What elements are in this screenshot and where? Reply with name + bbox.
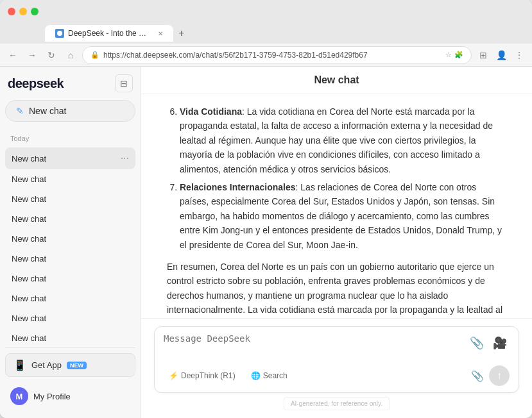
sidebar-toggle-button[interactable]: ⊟: [115, 74, 133, 92]
address-bar-row: ← → ↻ ⌂ 🔒 https://chat.deepseek.com/a/ch…: [0, 44, 532, 67]
phone-icon: 📱: [13, 359, 26, 371]
avatar: M: [10, 387, 28, 405]
sidebar-header: deepseek ⊟: [5, 74, 135, 92]
chat-item-label-8: New chat: [12, 314, 129, 323]
chat-item-label-1: New chat: [12, 174, 129, 184]
url-text: https://chat.deepseek.com/a/chat/s/56f2b…: [103, 51, 442, 60]
item-6-label: Vida Cotidiana: [180, 106, 242, 117]
chat-item-5[interactable]: New chat: [5, 249, 135, 269]
ai-summary: En resumen, Corea del Norte es un país c…: [167, 260, 506, 318]
bookmark-icon[interactable]: ☆: [445, 51, 452, 59]
tab-title: DeepSeek - Into the Unkno...: [68, 29, 151, 38]
get-app-label: Get App: [31, 360, 62, 370]
message-input[interactable]: [164, 333, 467, 359]
address-bar[interactable]: 🔒 https://chat.deepseek.com/a/chat/s/56f…: [82, 46, 472, 64]
input-tools-right: 📎 ↑: [471, 365, 510, 386]
tab-bar: DeepSeek - Into the Unkno... ✕ +: [0, 23, 532, 44]
chat-item-label-0: New chat: [12, 154, 121, 163]
chat-item-label-5: New chat: [12, 254, 129, 263]
chat-item-4[interactable]: New chat: [5, 229, 135, 249]
upload-icon[interactable]: 📎: [467, 333, 486, 353]
search-button[interactable]: 🌐 Search: [246, 369, 293, 383]
chat-item-label-3: New chat: [12, 214, 129, 224]
deepthink-icon: ⚡: [169, 371, 178, 380]
get-app-button[interactable]: 📱 Get App NEW: [5, 353, 135, 377]
title-bar: [0, 0, 532, 23]
watermark-text: AI-generated, for reference only.: [284, 397, 390, 410]
browser-actions: ⊞ 👤 ⋮: [476, 47, 527, 63]
chat-messages[interactable]: Vida Cotidiana: La vida cotidiana en Cor…: [141, 94, 532, 318]
new-chat-label: New chat: [29, 106, 66, 116]
camera-icon[interactable]: 🎥: [490, 333, 510, 353]
globe-icon: 🌐: [251, 371, 261, 380]
chat-item-label-2: New chat: [12, 194, 129, 204]
input-area: 📎 🎥 ⚡ DeepThink (R1) 🌐 Sea: [141, 318, 532, 418]
minimize-button[interactable]: [19, 8, 27, 15]
section-today-label: Today: [5, 132, 135, 145]
reload-button[interactable]: ↻: [44, 47, 59, 63]
sidebar-bottom: 📱 Get App NEW M My Profile: [5, 347, 135, 410]
chat-item-8[interactable]: New chat: [5, 308, 135, 328]
chat-item-0[interactable]: New chat ···: [5, 147, 135, 169]
new-tab-button[interactable]: +: [173, 25, 189, 42]
input-tools-left: ⚡ DeepThink (R1) 🌐 Search: [164, 369, 293, 383]
chat-item-7[interactable]: New chat: [5, 288, 135, 308]
chat-item-2[interactable]: New chat: [5, 189, 135, 209]
menu-button[interactable]: ⋮: [511, 47, 527, 63]
tab-favicon: [55, 29, 64, 38]
forward-button[interactable]: →: [24, 47, 40, 63]
chat-item-label-7: New chat: [12, 294, 129, 303]
input-right-icons: 📎 🎥: [467, 333, 510, 353]
deepthink-button[interactable]: ⚡ DeepThink (R1): [164, 369, 241, 383]
ai-message-block-1: Vida Cotidiana: La vida cotidiana en Cor…: [167, 104, 506, 318]
new-badge: NEW: [67, 362, 87, 369]
profile-name: My Profile: [33, 392, 71, 401]
address-icons: ☆ 🧩: [445, 51, 463, 59]
app-container: deepseek ⊟ ✎ New chat Today New chat ···…: [0, 67, 532, 418]
extension-icon[interactable]: 🧩: [454, 51, 463, 59]
maximize-button[interactable]: [31, 8, 39, 15]
deepseek-logo: deepseek: [8, 76, 64, 91]
new-chat-button[interactable]: ✎ New chat: [5, 100, 135, 122]
search-label: Search: [263, 371, 287, 380]
close-button[interactable]: [8, 8, 15, 15]
chat-item-menu-0[interactable]: ···: [121, 153, 129, 164]
deepthink-label: DeepThink (R1): [181, 371, 236, 380]
input-box: 📎 🎥 ⚡ DeepThink (R1) 🌐 Sea: [154, 326, 519, 393]
attach-button[interactable]: 📎: [471, 370, 484, 382]
extensions-button[interactable]: ⊞: [476, 47, 491, 63]
profile-button[interactable]: 👤: [493, 47, 509, 63]
chat-title: New chat: [314, 74, 359, 85]
chat-list: New chat ··· New chat New chat New chat …: [5, 147, 135, 347]
sidebar: deepseek ⊟ ✎ New chat Today New chat ···…: [0, 67, 141, 418]
input-top-row: 📎 🎥: [164, 333, 510, 359]
chat-item-3[interactable]: New chat: [5, 209, 135, 229]
svg-point-0: [57, 31, 62, 36]
browser-tab[interactable]: DeepSeek - Into the Unkno... ✕: [45, 25, 173, 42]
chat-item-label-6: New chat: [12, 274, 129, 283]
back-button[interactable]: ←: [5, 47, 21, 63]
chat-item-1[interactable]: New chat: [5, 169, 135, 189]
watermark-area: AI-generated, for reference only.: [154, 397, 519, 410]
send-button[interactable]: ↑: [489, 365, 510, 386]
tab-close-icon[interactable]: ✕: [158, 30, 163, 37]
ai-message-text-1: Vida Cotidiana: La vida cotidiana en Cor…: [167, 104, 506, 318]
main-content: New chat Vida Cotidiana: La vida cotidia…: [141, 67, 532, 418]
input-toolbar: ⚡ DeepThink (R1) 🌐 Search 📎 ↑: [164, 365, 510, 386]
new-chat-icon: ✎: [16, 106, 24, 116]
profile-button[interactable]: M My Profile: [5, 382, 135, 410]
chat-header: New chat: [141, 67, 532, 94]
traffic-lights: [8, 8, 39, 15]
chat-item-9[interactable]: New chat: [5, 328, 135, 347]
home-button[interactable]: ⌂: [63, 47, 78, 63]
item-7-label: Relaciones Internacionales: [180, 182, 296, 192]
chat-item-6[interactable]: New chat: [5, 269, 135, 288]
chat-item-label-9: New chat: [12, 333, 129, 343]
chat-item-label-4: New chat: [12, 234, 129, 244]
